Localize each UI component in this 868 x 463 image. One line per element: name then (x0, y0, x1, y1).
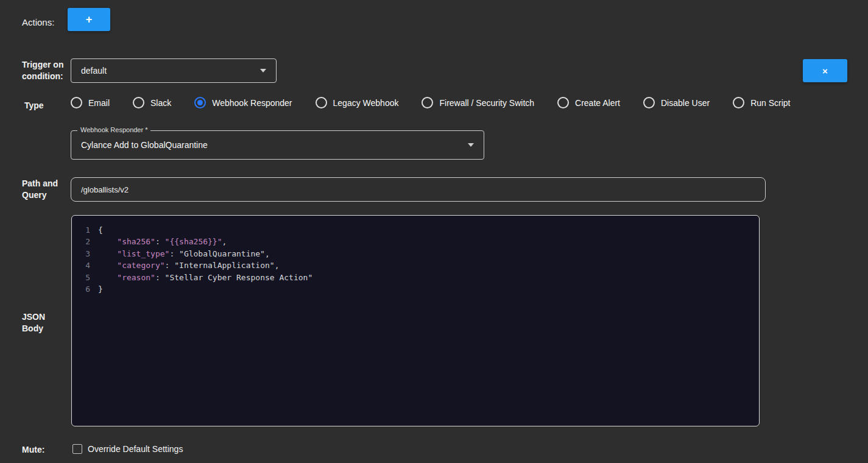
type-radio-webhook-responder[interactable]: Webhook Responder (194, 97, 292, 108)
radio-label: Webhook Responder (212, 98, 292, 108)
radio-label: Email (88, 98, 110, 108)
path-and-query-label: Path and Query (22, 178, 65, 201)
mute-label: Mute: (22, 444, 44, 456)
code-line: 5 "reason": "Stellar Cyber Response Acti… (72, 272, 759, 283)
radio-label: Create Alert (575, 98, 620, 108)
radio-label: Slack (150, 98, 171, 108)
path-and-query-value: /globallists/v2 (71, 185, 129, 194)
close-icon: × (822, 66, 828, 76)
code-lines: 1{2 "sha256": "{{sha256}}",3 "list_type"… (72, 224, 759, 295)
code-text: "sha256": "{{sha256}}", (98, 236, 227, 247)
plus-icon: + (86, 13, 93, 26)
type-radio-disable-user[interactable]: Disable User (643, 97, 710, 108)
radio-label: Firewall / Security Switch (439, 98, 534, 108)
chevron-down-icon (260, 69, 266, 72)
type-radio-run-script[interactable]: Run Script (733, 97, 790, 108)
code-line: 2 "sha256": "{{sha256}}", (72, 236, 759, 247)
code-text: { (98, 224, 103, 236)
radio-label: Disable User (661, 98, 710, 108)
webhook-responder-select[interactable]: Webhook Responder * Cylance Add to Globa… (71, 130, 484, 160)
radio-button-icon[interactable] (733, 97, 744, 108)
radio-label: Run Script (750, 98, 790, 108)
trigger-condition-value: default (71, 66, 260, 76)
radio-button-icon[interactable] (316, 97, 327, 108)
webhook-responder-value: Cylance Add to GlobalQuarantine (71, 140, 468, 150)
code-text: "reason": "Stellar Cyber Response Action… (98, 272, 312, 283)
radio-button-icon[interactable] (422, 97, 433, 108)
override-default-settings-option[interactable]: Override Default Settings (72, 444, 183, 454)
radio-button-icon[interactable] (71, 97, 82, 108)
code-text: "list_type": "GlobalQuarantine", (98, 248, 270, 260)
line-number: 3 (72, 248, 90, 260)
add-action-button[interactable]: + (68, 8, 110, 31)
type-label: Type (24, 100, 44, 111)
line-number: 5 (72, 272, 90, 283)
trigger-condition-label: Trigger on condition: (22, 59, 66, 82)
radio-label: Legacy Webhook (333, 98, 399, 108)
override-default-settings-label: Override Default Settings (88, 444, 183, 454)
code-text: } (98, 283, 103, 295)
code-line: 3 "list_type": "GlobalQuarantine", (72, 248, 759, 260)
trigger-condition-select[interactable]: default (71, 58, 277, 83)
line-number: 6 (72, 283, 90, 295)
json-body-editor[interactable]: 1{2 "sha256": "{{sha256}}",3 "list_type"… (71, 215, 760, 426)
remove-action-button[interactable]: × (803, 59, 847, 82)
actions-label: Actions: (22, 16, 54, 28)
type-radio-email[interactable]: Email (71, 97, 110, 108)
type-radio-legacy-webhook[interactable]: Legacy Webhook (316, 97, 399, 108)
line-number: 2 (72, 236, 90, 247)
type-radio-firewall-security-switch[interactable]: Firewall / Security Switch (422, 97, 534, 108)
checkbox-icon[interactable] (72, 444, 82, 454)
line-number: 4 (72, 260, 90, 271)
webhook-responder-field-label: Webhook Responder * (77, 126, 150, 133)
radio-button-icon[interactable] (194, 97, 206, 108)
code-text: "category": "InternalApplication", (98, 260, 279, 271)
type-radio-slack[interactable]: Slack (133, 97, 171, 108)
action-editor-panel: Actions: + Trigger on condition: default… (0, 0, 868, 463)
radio-button-icon[interactable] (643, 97, 655, 108)
path-and-query-input[interactable]: /globallists/v2 (71, 177, 766, 202)
type-radio-group: EmailSlackWebhook ResponderLegacy Webhoo… (71, 97, 791, 108)
line-number: 1 (72, 224, 90, 236)
code-line: 6} (72, 283, 759, 295)
code-line: 1{ (72, 224, 759, 236)
code-line: 4 "category": "InternalApplication", (72, 260, 759, 271)
type-radio-create-alert[interactable]: Create Alert (557, 97, 620, 108)
radio-button-icon[interactable] (133, 97, 144, 108)
chevron-down-icon (468, 143, 474, 147)
json-body-label: JSON Body (22, 311, 58, 334)
radio-button-icon[interactable] (557, 97, 569, 108)
